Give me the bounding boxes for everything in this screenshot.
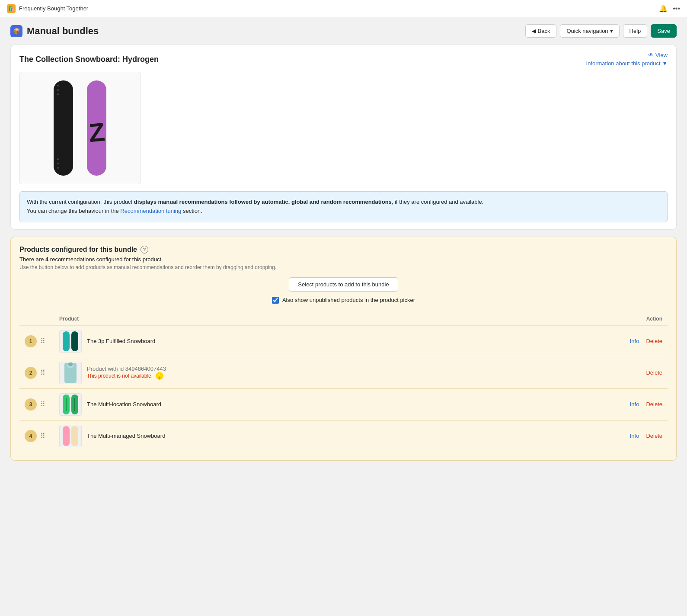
bundle-hint: Use the button below to add products as …	[19, 264, 668, 270]
page-title: Manual bundles	[27, 26, 99, 37]
save-label: Save	[657, 28, 670, 34]
eye-icon: 👁	[648, 52, 654, 58]
tip-icon: 💡	[156, 372, 163, 380]
product-card-title: The Collection Snowboard: Hydrogen	[19, 55, 159, 64]
col-action-header: Action	[610, 316, 662, 322]
row-number-1: 1	[25, 335, 37, 347]
svg-rect-19	[71, 426, 78, 446]
teal-snowboard-thumb	[61, 330, 80, 352]
product-unavailable-text: This product is not available. 💡	[87, 372, 166, 380]
svg-rect-18	[63, 426, 70, 446]
hoodie-thumb	[61, 362, 80, 384]
quick-nav-button[interactable]: Quick navigation ▾	[560, 24, 619, 38]
product-card-header: The Collection Snowboard: Hydrogen 👁 Vie…	[11, 45, 676, 72]
product-info-2: Product with id 8494864007443 This produ…	[87, 366, 166, 380]
app-name: Frequently Bought Together	[19, 5, 88, 12]
svg-rect-6	[57, 167, 59, 169]
title-bar: 🛍️ Frequently Bought Together 🔔 •••	[0, 0, 687, 17]
svg-rect-2	[57, 89, 59, 91]
bundle-section: Products configured for this bundle ? Th…	[10, 237, 677, 461]
bundle-title: Products configured for this bundle ?	[19, 246, 668, 253]
product-thumb-2	[59, 362, 82, 384]
product-info-link[interactable]: Information about this product ▼	[586, 60, 668, 67]
info-banner-text: With the current configuration, this pro…	[27, 199, 483, 205]
more-icon[interactable]: •••	[673, 5, 680, 13]
table-row: 1 ⠿ The 3p Fulfilled Snowboard Info Dele…	[19, 326, 668, 357]
unpublished-label: Also show unpublished products in the pr…	[282, 297, 415, 303]
save-button[interactable]: Save	[651, 24, 677, 38]
main-content: The Collection Snowboard: Hydrogen 👁 Vie…	[0, 45, 687, 471]
title-bar-left: 🛍️ Frequently Bought Together	[7, 4, 88, 13]
product-thumb-3	[59, 393, 82, 416]
row-middle-4: The Multi-managed Snowboard	[59, 425, 610, 447]
notification-icon[interactable]: 🔔	[659, 4, 668, 13]
svg-rect-10	[71, 331, 78, 351]
product-name-2: Product with id 8494864007443	[87, 366, 166, 372]
page-header-right: ◀ Back Quick navigation ▾ Help Save	[525, 24, 677, 38]
delete-button-3[interactable]: Delete	[646, 401, 662, 407]
drag-handle-3[interactable]: ⠿	[40, 400, 45, 408]
page-header-left: 📦 Manual bundles	[10, 25, 99, 37]
recommendation-tuning-link[interactable]: Recommendation tuning	[120, 208, 181, 214]
checkbox-row: Also show unpublished products in the pr…	[19, 297, 668, 304]
svg-rect-4	[57, 158, 59, 160]
info-button-4[interactable]: Info	[630, 433, 639, 439]
product-thumb-1	[59, 330, 82, 353]
quick-nav-label: Quick navigation	[566, 28, 608, 34]
row-number-4: 4	[25, 430, 37, 442]
row-middle-2: Product with id 8494864007443 This produ…	[59, 362, 610, 384]
col-product-label	[25, 316, 59, 322]
info-banner: With the current configuration, this pro…	[19, 191, 668, 222]
green-snowboard-thumb	[61, 394, 80, 415]
bundle-help-icon[interactable]: ?	[141, 246, 148, 253]
app-icon: 🛍️	[7, 4, 16, 13]
delete-button-2[interactable]: Delete	[646, 369, 662, 376]
row-left-1: 1 ⠿	[25, 335, 59, 347]
pink-snowboard-thumb	[61, 425, 80, 447]
bundle-subtitle: There are 4 recommendations configured f…	[19, 256, 668, 263]
info-banner-section-text: section.	[183, 208, 202, 214]
row-number-2: 2	[25, 367, 37, 379]
svg-rect-1	[57, 85, 59, 87]
help-button[interactable]: Help	[623, 24, 648, 38]
row-right-4: Info Delete	[610, 433, 662, 439]
row-middle-1: The 3p Fulfilled Snowboard	[59, 330, 610, 353]
row-number-3: 3	[25, 398, 37, 411]
svg-rect-5	[57, 163, 59, 164]
table-row: 2 ⠿ Product with id 8494864007443 This p…	[19, 357, 668, 389]
bundle-count: 4	[45, 256, 48, 263]
row-right-3: Info Delete	[610, 401, 662, 407]
svg-rect-9	[63, 331, 70, 351]
product-thumb-4	[59, 425, 82, 447]
page-icon: 📦	[10, 25, 22, 37]
product-image-box: Z	[19, 72, 141, 184]
row-left-4: 4 ⠿	[25, 430, 59, 442]
delete-button-1[interactable]: Delete	[646, 338, 662, 344]
select-products-button[interactable]: Select products to add to this bundle	[289, 277, 398, 292]
delete-button-4[interactable]: Delete	[646, 433, 662, 439]
drag-handle-1[interactable]: ⠿	[40, 337, 45, 345]
row-right-1: Info Delete	[610, 338, 662, 344]
product-list-header: Product Action	[19, 312, 668, 326]
drag-handle-2[interactable]: ⠿	[40, 369, 45, 377]
purple-snowboard-svg: Z	[83, 78, 111, 178]
product-image-area: Z	[11, 72, 676, 191]
title-bar-right: 🔔 •••	[659, 4, 680, 13]
info-button-1[interactable]: Info	[630, 338, 639, 344]
view-link[interactable]: 👁 View	[648, 52, 668, 58]
product-name-1: The 3p Fulfilled Snowboard	[87, 338, 155, 344]
product-name-3: The Multi-location Snowboard	[87, 401, 161, 407]
product-card: The Collection Snowboard: Hydrogen 👁 Vie…	[10, 45, 677, 230]
svg-rect-3	[57, 93, 59, 95]
drag-handle-4[interactable]: ⠿	[40, 432, 45, 440]
back-button[interactable]: ◀ Back	[525, 24, 557, 38]
col-product-header: Product	[59, 316, 610, 322]
info-button-3[interactable]: Info	[630, 401, 639, 407]
row-left-2: 2 ⠿	[25, 367, 59, 379]
unpublished-checkbox[interactable]	[272, 297, 279, 304]
back-label: ◀ Back	[532, 28, 550, 34]
snowboard-image: Z	[49, 78, 111, 178]
svg-text:Z: Z	[88, 117, 106, 148]
info-banner-change-text: You can change this behaviour in the	[27, 208, 120, 214]
help-label: Help	[629, 28, 641, 34]
